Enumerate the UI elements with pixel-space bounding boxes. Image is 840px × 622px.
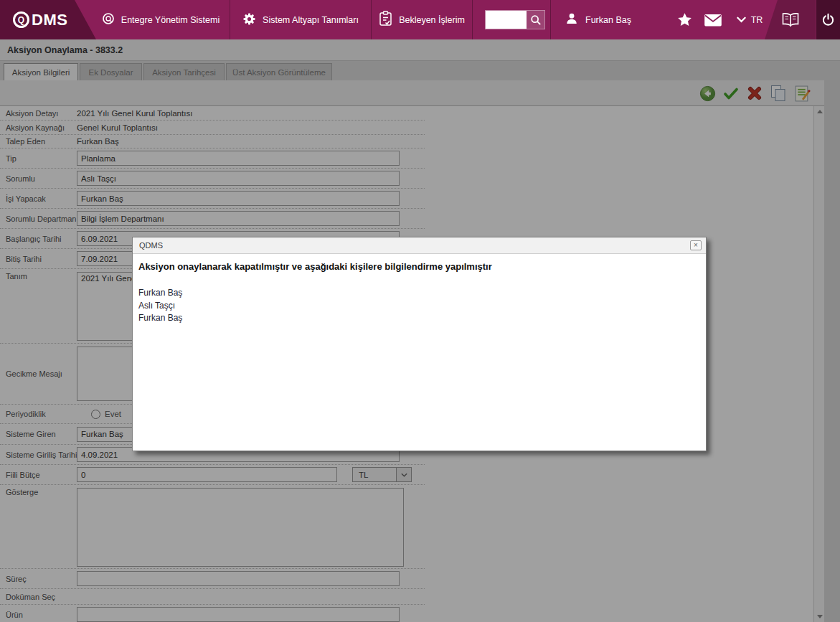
dialog-title-bar: QDMS × bbox=[133, 237, 706, 254]
search-icon bbox=[530, 14, 542, 26]
envelope-icon bbox=[704, 13, 722, 27]
recipient: Aslı Taşçı bbox=[138, 300, 697, 313]
favorites-button[interactable] bbox=[675, 0, 694, 39]
qdms-circle-icon bbox=[102, 12, 115, 27]
recipient-list: Furkan Baş Aslı Taşçı Furkan Baş bbox=[138, 287, 697, 325]
dialog-message: Aksiyon onaylanarak kapatılmıştır ve aşa… bbox=[138, 261, 697, 272]
search-input[interactable] bbox=[486, 11, 527, 29]
nav-item-entegre-yonetim-sistemi[interactable]: Entegre Yönetim Sistemi bbox=[92, 0, 230, 39]
nav-item-bekleyen-islerim[interactable]: Bekleyen İşlerim bbox=[371, 0, 472, 39]
nav-divider bbox=[472, 0, 473, 39]
user-menu[interactable]: Furkan Baş bbox=[565, 0, 631, 39]
gear-icon bbox=[242, 12, 256, 28]
nav-item-label: Bekleyen İşlerim bbox=[399, 15, 465, 25]
recipient: Furkan Baş bbox=[138, 312, 697, 325]
user-icon bbox=[565, 12, 578, 27]
chevron-down-icon bbox=[737, 17, 746, 23]
language-label: TR bbox=[751, 15, 763, 25]
nav-item-label: Sistem Altyapı Tanımları bbox=[263, 15, 359, 25]
book-icon bbox=[780, 11, 801, 29]
search-button[interactable] bbox=[527, 11, 544, 29]
clipboard-icon bbox=[379, 11, 392, 29]
qdms-dialog: QDMS × Aksiyon onaylanarak kapatılmıştır… bbox=[132, 237, 707, 451]
nav-divider bbox=[550, 0, 551, 39]
dialog-close-button[interactable]: × bbox=[690, 240, 702, 250]
qdms-q-icon: Q bbox=[13, 11, 29, 28]
qdms-logo-text: DMS bbox=[32, 11, 67, 29]
nav-search bbox=[485, 10, 545, 29]
language-selector[interactable]: TR bbox=[733, 0, 766, 39]
star-icon bbox=[677, 12, 692, 27]
recipient: Furkan Baş bbox=[138, 287, 697, 300]
help-manual-button[interactable] bbox=[765, 0, 816, 39]
logout-button[interactable] bbox=[816, 0, 840, 39]
dialog-title: QDMS bbox=[139, 241, 690, 250]
nav-item-sistem-altyapi-tanimlari[interactable]: Sistem Altyapı Tanımları bbox=[230, 0, 371, 39]
qdms-logo[interactable]: Q DMS bbox=[0, 0, 96, 39]
power-icon bbox=[821, 13, 835, 27]
dialog-body: Aksiyon onaylanarak kapatılmıştır ve aşa… bbox=[133, 254, 706, 325]
user-name: Furkan Baş bbox=[585, 15, 631, 25]
nav-item-label: Entegre Yönetim Sistemi bbox=[121, 15, 220, 25]
top-nav: Q DMS Entegre Yönetim Sistemi bbox=[0, 0, 840, 39]
messages-button[interactable] bbox=[702, 0, 725, 39]
